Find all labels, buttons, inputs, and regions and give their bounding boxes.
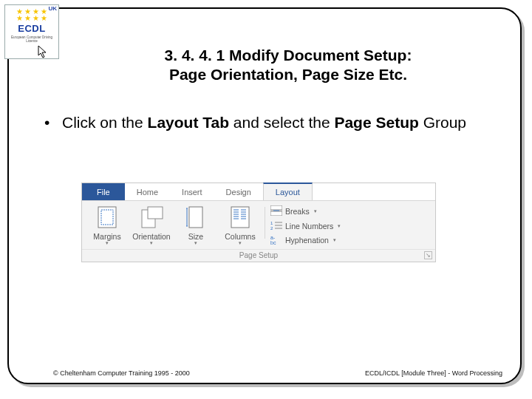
group-divider: [265, 207, 265, 239]
cursor-icon: [38, 45, 48, 61]
margins-icon: [95, 205, 120, 231]
svg-rect-19: [270, 205, 282, 210]
star-icon: ★: [16, 15, 23, 21]
hyphenation-button[interactable]: a-bc Hyphenation ▾: [270, 234, 358, 246]
svg-text:1: 1: [270, 221, 273, 225]
ribbon: File Home Insert Design Layout Margins ▾: [81, 183, 436, 262]
chevron-down-icon: ▾: [333, 237, 336, 243]
hyphenation-icon: a-bc: [270, 234, 282, 246]
tab-design[interactable]: Design: [214, 183, 263, 200]
footer-right: ECDL/ICDL [Module Three] - Word Processi…: [365, 369, 502, 377]
slide-body: Click on the Layout Tab and select the P…: [44, 112, 495, 132]
logo-stars: ★ ★ ★ ★ ★ ★ ★ ★: [13, 8, 50, 21]
word-ribbon-screenshot: File Home Insert Design Layout Margins ▾: [81, 183, 436, 262]
page-setup-small-commands: Breaks ▾ 12 Line Numbers ▾ a-bc: [267, 204, 361, 249]
tab-insert[interactable]: Insert: [170, 183, 214, 200]
tab-file[interactable]: File: [82, 183, 125, 200]
logo-tagline: European Computer Driving Licence: [5, 36, 58, 44]
dialog-launcher-icon[interactable]: ↘: [424, 251, 432, 259]
chevron-down-icon: ▾: [219, 240, 261, 246]
logo-uk-label: UK: [48, 5, 57, 12]
line-numbers-button[interactable]: 12 Line Numbers ▾: [270, 220, 358, 232]
title-line2: Page Orientation, Page Size Etc.: [169, 66, 407, 83]
slide-title: 3. 4. 4. 1 Modify Document Setup: Page O…: [89, 46, 488, 85]
svg-text:2: 2: [270, 226, 273, 231]
svg-rect-3: [148, 207, 163, 219]
size-button[interactable]: Size ▾: [174, 204, 218, 249]
bullet-text: Group: [423, 114, 466, 131]
breaks-icon: [270, 205, 282, 217]
line-numbers-icon: 12: [270, 220, 282, 232]
breaks-button[interactable]: Breaks ▾: [270, 205, 358, 217]
size-icon: [183, 205, 208, 231]
ecdl-logo: UK ★ ★ ★ ★ ★ ★ ★ ★ ECDL European Compute…: [4, 4, 59, 59]
chevron-down-icon: ▾: [314, 208, 317, 214]
ribbon-group-label: Page Setup ↘: [82, 249, 435, 262]
bullet-bold: Layout Tab: [148, 114, 233, 131]
svg-rect-20: [270, 211, 282, 216]
group-label-text: Page Setup: [239, 251, 278, 259]
tab-layout[interactable]: Layout: [263, 183, 313, 200]
orientation-icon: [139, 205, 164, 231]
title-line1: 3. 4. 4. 1 Modify Document Setup:: [165, 47, 412, 64]
bullet-text: and select the: [233, 114, 335, 131]
orientation-button[interactable]: Orientation ▾: [129, 204, 174, 249]
svg-text:bc: bc: [270, 240, 276, 245]
chevron-down-icon: ▾: [131, 240, 172, 246]
slide: UK ★ ★ ★ ★ ★ ★ ★ ★ ECDL European Compute…: [0, 0, 532, 399]
tab-home[interactable]: Home: [125, 183, 170, 200]
columns-icon: [228, 205, 253, 231]
svg-rect-4: [189, 207, 202, 228]
star-icon: ★: [24, 15, 31, 21]
bullet-bold: Page Setup: [334, 114, 423, 131]
chevron-down-icon: ▾: [175, 240, 216, 246]
svg-text:a-: a-: [270, 235, 276, 240]
margins-button[interactable]: Margins ▾: [85, 204, 129, 249]
bullet-text: Click on the: [62, 114, 148, 131]
bullet-item: Click on the Layout Tab and select the P…: [44, 112, 495, 132]
hyphenation-label: Hyphenation: [285, 236, 329, 245]
chevron-down-icon: ▾: [86, 240, 128, 246]
footer-left: © Cheltenham Computer Training 1995 - 20…: [53, 369, 190, 377]
columns-button[interactable]: Columns ▾: [218, 204, 262, 249]
breaks-label: Breaks: [285, 207, 310, 216]
logo-brand: ECDL: [5, 23, 58, 34]
star-icon: ★: [41, 15, 47, 21]
line-numbers-label: Line Numbers: [285, 222, 333, 231]
ribbon-tabbar: File Home Insert Design Layout: [82, 183, 435, 201]
chevron-down-icon: ▾: [338, 223, 341, 229]
star-icon: ★: [33, 15, 39, 21]
ribbon-group-page-setup: Margins ▾ Orientation ▾ Size ▾: [82, 201, 435, 249]
